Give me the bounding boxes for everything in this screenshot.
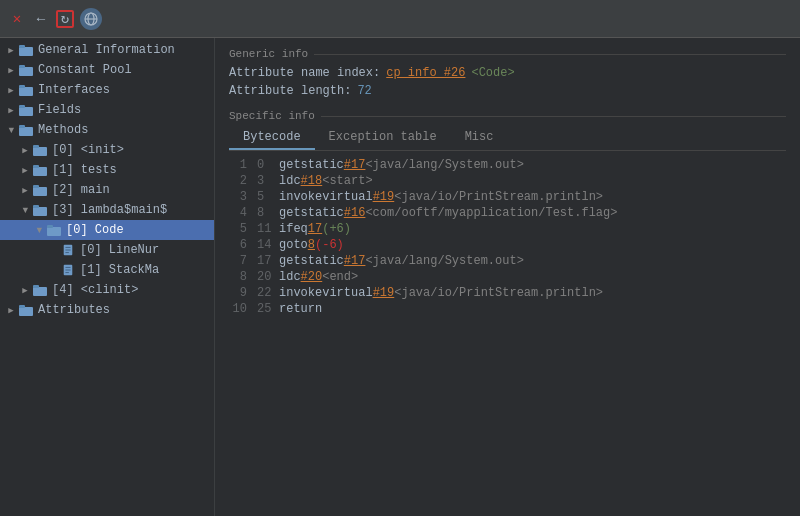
- sidebar-item-stackmap[interactable]: ▶ [1] StackMa: [0, 260, 214, 280]
- sidebar-item-main[interactable]: ▶ [2] main: [0, 180, 214, 200]
- bc-ref-link[interactable]: #17: [344, 254, 366, 268]
- bc-offset: 8: [257, 206, 279, 220]
- svg-rect-12: [19, 125, 25, 128]
- sidebar-item-methods[interactable]: ▶ Methods: [0, 120, 214, 140]
- svg-rect-5: [19, 67, 33, 76]
- title-bar: ✕ ← ↻: [0, 0, 800, 38]
- attr-name-label: Attribute name index:: [229, 66, 380, 80]
- sidebar: ▶ General Information ▶ Constant Pool ▶ …: [0, 38, 215, 516]
- folder-icon-clinit: [32, 284, 48, 296]
- bc-ref-link[interactable]: 8: [308, 238, 315, 252]
- generic-info-label: Generic info: [229, 48, 308, 60]
- file-icon-stackmap: [60, 264, 76, 276]
- bytecode-line: 23 ldc #18 <start>: [229, 173, 786, 189]
- bc-offset: 3: [257, 174, 279, 188]
- sidebar-item-attributes[interactable]: ▶ Attributes: [0, 300, 214, 320]
- svg-rect-7: [19, 87, 33, 96]
- sidebar-label-attributes: Attributes: [38, 303, 110, 317]
- tab-bytecode[interactable]: Bytecode: [229, 126, 315, 150]
- svg-rect-6: [19, 65, 25, 68]
- content-area: Generic info Attribute name index: cp in…: [215, 38, 800, 516]
- arrow-code: ▶: [34, 223, 45, 237]
- sidebar-item-general-info[interactable]: ▶ General Information: [0, 40, 214, 60]
- folder-icon-methods: [18, 124, 34, 136]
- arrow-constant-pool: ▶: [4, 65, 18, 76]
- svg-rect-3: [19, 47, 33, 56]
- bc-ref-link[interactable]: #18: [301, 174, 323, 188]
- arrow-tests: ▶: [18, 165, 32, 176]
- bytecode-line: 511 ifeq 17 (+6): [229, 221, 786, 237]
- tab-misc[interactable]: Misc: [451, 126, 508, 150]
- bc-ref-link[interactable]: #19: [373, 190, 395, 204]
- line-number: 9: [229, 286, 247, 300]
- bc-ref-link[interactable]: #20: [301, 270, 323, 284]
- globe-button[interactable]: [80, 8, 102, 30]
- bc-comment: <java/lang/System.out>: [365, 254, 523, 268]
- sidebar-label-lambda: [3] lambda$main$: [52, 203, 167, 217]
- bc-comment: <java/io/PrintStream.println>: [394, 190, 603, 204]
- sidebar-label-fields: Fields: [38, 103, 81, 117]
- folder-icon-main: [32, 184, 48, 196]
- generic-info-section: Generic info Attribute name index: cp in…: [229, 48, 786, 100]
- bc-instruction: goto: [279, 238, 308, 252]
- specific-info-label: Specific info: [229, 110, 315, 122]
- sidebar-item-init[interactable]: ▶ [0] <init>: [0, 140, 214, 160]
- arrow-lambda: ▶: [20, 203, 31, 217]
- folder-icon-fields: [18, 104, 34, 116]
- svg-rect-17: [33, 187, 47, 196]
- bc-offset: 11: [257, 222, 279, 236]
- line-number: 5: [229, 222, 247, 236]
- svg-rect-14: [33, 145, 39, 148]
- attr-length-label: Attribute length:: [229, 84, 351, 98]
- bc-instruction: getstatic: [279, 206, 344, 220]
- sidebar-item-code[interactable]: ▶ [0] Code: [0, 220, 214, 240]
- line-number: 1: [229, 158, 247, 172]
- bc-ref-link[interactable]: 17: [308, 222, 322, 236]
- bytecode-line: 820 ldc #20 <end>: [229, 269, 786, 285]
- bytecode-line: 922 invokevirtual #19 <java/io/PrintStre…: [229, 285, 786, 301]
- sidebar-item-tests[interactable]: ▶ [1] tests: [0, 160, 214, 180]
- back-button[interactable]: ←: [32, 10, 50, 28]
- tab-exception-table[interactable]: Exception table: [315, 126, 451, 150]
- specific-info-section: Specific info Bytecode Exception table M…: [229, 110, 786, 317]
- svg-rect-34: [19, 305, 25, 308]
- folder-icon-code: [46, 224, 62, 236]
- folder-icon-interfaces: [18, 84, 34, 96]
- bytecode-line: 48 getstatic #16 <com/ooftf/myapplicatio…: [229, 205, 786, 221]
- arrow-fields: ▶: [4, 105, 18, 116]
- sidebar-item-interfaces[interactable]: ▶ Interfaces: [0, 80, 214, 100]
- bc-ref-link[interactable]: #17: [344, 158, 366, 172]
- bc-comment: <java/io/PrintStream.println>: [394, 286, 603, 300]
- bc-instruction: ldc: [279, 270, 301, 284]
- arrow-init: ▶: [18, 145, 32, 156]
- bytecode-line: 1025 return: [229, 301, 786, 317]
- attr-name-link[interactable]: cp info #26: [386, 66, 465, 80]
- sidebar-item-lambda[interactable]: ▶ [3] lambda$main$: [0, 200, 214, 220]
- bc-instruction: return: [279, 302, 322, 316]
- line-number: 10: [229, 302, 247, 316]
- svg-rect-22: [47, 225, 53, 228]
- line-number: 3: [229, 190, 247, 204]
- bc-ref-link[interactable]: #16: [344, 206, 366, 220]
- sidebar-item-constant-pool[interactable]: ▶ Constant Pool: [0, 60, 214, 80]
- sidebar-item-linenumber[interactable]: ▶ [0] LineNur: [0, 240, 214, 260]
- sidebar-item-fields[interactable]: ▶ Fields: [0, 100, 214, 120]
- arrow-attributes: ▶: [4, 305, 18, 316]
- bc-instruction: getstatic: [279, 158, 344, 172]
- bc-comment: <start>: [322, 174, 372, 188]
- bytecode-line: 10 getstatic #17 <java/lang/System.out>: [229, 157, 786, 173]
- sidebar-item-clinit[interactable]: ▶ [4] <clinit>: [0, 280, 214, 300]
- bc-ref-link[interactable]: #19: [373, 286, 395, 300]
- sidebar-label-stackmap: [1] StackMa: [80, 263, 159, 277]
- bc-instruction: ldc: [279, 174, 301, 188]
- svg-rect-19: [33, 207, 47, 216]
- bc-offset: 0: [257, 158, 279, 172]
- sidebar-label-interfaces: Interfaces: [38, 83, 110, 97]
- line-number: 2: [229, 174, 247, 188]
- line-number: 6: [229, 238, 247, 252]
- refresh-button[interactable]: ↻: [56, 10, 74, 28]
- line-number: 4: [229, 206, 247, 220]
- close-button[interactable]: ✕: [8, 10, 26, 28]
- attr-name-row: Attribute name index: cp info #26 <Code>: [229, 64, 786, 82]
- sidebar-label-general-info: General Information: [38, 43, 175, 57]
